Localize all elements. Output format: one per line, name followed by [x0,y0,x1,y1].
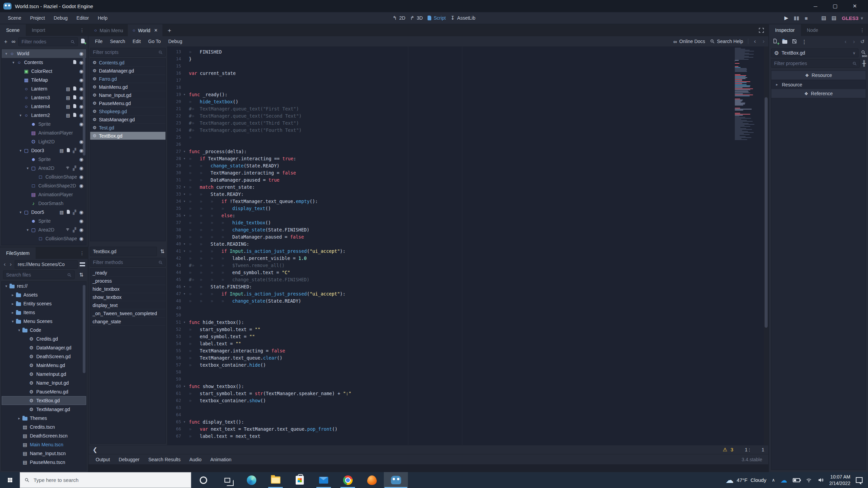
code-line-63[interactable]: 63 [168,404,731,411]
visibility-eye-icon[interactable]: ◉ [79,227,83,232]
expander-icon[interactable]: ▾ [10,319,15,324]
expander-icon[interactable]: ▸ [10,310,15,315]
taskbar-app-fl-studio[interactable] [360,472,384,488]
distraction-free-icon[interactable] [754,24,768,36]
script-menu-search[interactable]: Search [106,39,129,44]
code-line-49[interactable]: 49 [168,304,731,311]
start-button[interactable] [0,472,20,488]
file-res-[interactable]: ▾res:// [2,282,86,290]
code-line-46[interactable]: 46▾»»State.FINISHED: [168,283,731,290]
editor-scrollbar-thumb[interactable] [765,97,768,328]
code-line-57[interactable]: 57»textbox_container.hide() [168,361,731,368]
expander-icon[interactable]: ▸ [10,293,15,297]
method-item-_process[interactable]: _process [90,277,165,285]
code-line-20[interactable]: 20»hide_textbox() [168,98,731,105]
visibility-eye-icon[interactable]: ◉ [79,148,83,153]
inspector-tools-icon[interactable]: ╫ [862,60,866,66]
code-line-36[interactable]: 36▾»»»else: [168,212,731,219]
workspace-2d[interactable]: ↰2D [393,15,405,21]
code-line-66[interactable]: 66»var next_text = TextManager.text_queu… [168,425,731,432]
filter-properties-input[interactable]: Filter properties [771,59,860,68]
maximize-button[interactable]: ▢ [825,1,845,11]
visibility-eye-icon[interactable]: ◉ [79,95,83,100]
visibility-eye-icon[interactable]: ◉ [79,218,83,224]
weather-widget[interactable]: ☁ 47°FCloudy [726,475,767,485]
script-badge-icon[interactable] [73,95,76,100]
code-line-67[interactable]: 67»label.text = next_text [168,432,731,440]
code-line-61[interactable]: 61»start_symbol.text = str(TextManager.s… [168,390,731,397]
play-scene-button[interactable]: ▤ [821,15,826,21]
taskbar-search-input[interactable]: Type here to search [20,472,191,488]
visibility-eye-icon[interactable]: ◉ [79,183,83,188]
code-line-15[interactable]: 15 [168,62,731,69]
code-line-23[interactable]: 23#»TextManager.queue_text("Third Text") [168,119,731,126]
visibility-eye-icon[interactable]: ◉ [79,113,83,118]
expander-icon[interactable]: ▾ [4,52,9,56]
fs-forward-button[interactable]: › [9,261,13,268]
script-item-datamanager.gd[interactable]: ⚙DataManager.gd [90,67,165,75]
file-pausemenu.tscn[interactable]: ▤PauseMenu.tscn [2,458,86,467]
method-item-change_state[interactable]: change_state [90,318,165,326]
expander-icon[interactable]: ▸ [17,416,22,421]
signal-badge-icon[interactable] [65,227,70,232]
close-icon[interactable]: ✕ [154,28,158,33]
stop-button[interactable]: ■ [805,15,808,21]
scene-node-collisionshape[interactable]: □CollisionShape◉ [2,234,86,243]
script-item-shopkeep.gd[interactable]: ⚙Shopkeep.gd [90,107,165,116]
online-docs-button[interactable]: ∞Online Docs [673,39,705,44]
taskbar-app-godot[interactable] [384,472,408,488]
file-credits.tscn[interactable]: ▤Credits.tscn [2,423,86,431]
scene-node-contents[interactable]: ▾○Contents◉ [2,58,86,67]
visibility-eye-icon[interactable]: ◉ [79,165,83,171]
battery-icon[interactable] [793,478,800,482]
code-line-45[interactable]: 45#»»»»change_state(State.FINISHED) [168,276,731,283]
file-menu-scenes[interactable]: ▾Menu Scenes [2,317,86,326]
code-line-55[interactable]: 55»TextManager.interacting = false [168,347,731,354]
code-line-51[interactable]: 51▾func hide_textbox(): [168,319,731,326]
file-nameinput.gd[interactable]: ⚙NameInput.gd [2,370,86,379]
search-files-input[interactable]: Search files [3,270,75,279]
code-line-56[interactable]: 56»TextManager.text_queue.clear() [168,354,731,361]
visibility-eye-icon[interactable]: ◉ [79,139,83,144]
fs-back-button[interactable]: ‹ [3,261,7,268]
script-badge-icon[interactable] [73,104,76,109]
scene-node-colorrect[interactable]: ▣ColorRect◉ [2,67,86,76]
workspace-3d[interactable]: ↱3D [410,15,422,21]
code-line-28[interactable]: 28▾»if TextManager.interacting == true: [168,155,731,162]
code-line-60[interactable]: 60▾func show_textbox(): [168,383,731,390]
file-deathscreen.gd[interactable]: ⚙DeathScreen.gd [2,352,86,361]
code-line-38[interactable]: 38»»»»change_state(State.FINISHED) [168,226,731,233]
sort-files-icon[interactable]: ⇅ [78,272,85,278]
visibility-eye-icon[interactable]: ◉ [79,51,83,56]
visibility-eye-icon[interactable]: ◉ [79,68,83,74]
bottom-tab-output[interactable]: Output [91,457,114,462]
code-line-16[interactable]: 16var current_state [168,69,731,77]
script-badge-icon[interactable] [67,210,70,215]
code-line-33[interactable]: 33▾»»State.READY: [168,190,731,198]
code-line-22[interactable]: 22#»TextManager.queue_text("Second Text"… [168,112,731,119]
script-item-statsmanager.gd[interactable]: ⚙StatsManager.gd [90,116,165,124]
code-line-47[interactable]: 47▾»»»if Input.is_action_just_pressed("u… [168,290,731,297]
file-credits.gd[interactable]: ⚙Credits.gd [2,334,86,343]
script-menu-debug[interactable]: Debug [164,39,186,44]
script-item-mainmenu.gd[interactable]: ⚙MainMenu.gd [90,83,165,91]
code-line-50[interactable]: 50 [168,311,731,319]
script-history-forward[interactable]: › [762,38,766,45]
expander-icon[interactable]: ▾ [18,148,23,153]
method-item-display_text[interactable]: display_text [90,301,165,309]
file-themes[interactable]: ▸Themes [2,414,86,423]
scene-node-animationplayer[interactable]: ▤AnimationPlayer [2,190,86,199]
property-group-resource[interactable]: ▸Resource [771,80,866,89]
file-items[interactable]: ▸Items [2,308,86,317]
sort-methods-icon[interactable]: ⇅ [159,248,166,255]
wifi-icon[interactable] [806,477,812,483]
file-deathscreen.tscn[interactable]: ▤DeathScreen.tscn [2,431,86,440]
scene-node-lantern[interactable]: ○Lantern▤◉ [2,84,86,93]
scene-node-area2d[interactable]: ▾▢Area2D▞◉ [2,225,86,234]
code-line-24[interactable]: 24#»TextManager.queue_text("Fourth Text"… [168,126,731,134]
volume-icon[interactable] [817,477,824,483]
minimize-button[interactable]: ─ [806,1,825,11]
file-datamanager.gd[interactable]: ⚙DataManager.gd [2,343,86,352]
visibility-eye-icon[interactable]: ◉ [79,174,83,180]
script-menu-edit[interactable]: Edit [129,39,144,44]
